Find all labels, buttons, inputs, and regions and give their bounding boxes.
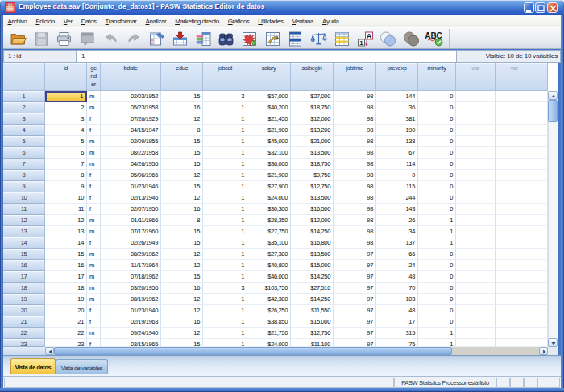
row-header-2[interactable]: 2 <box>3 102 45 113</box>
data-cell[interactable]: 98 <box>334 204 376 215</box>
insert-cases-button[interactable] <box>239 29 259 48</box>
data-cell[interactable]: 6 <box>45 147 87 159</box>
data-cell[interactable]: 1 <box>203 237 247 249</box>
data-cell[interactable]: 0 <box>418 305 456 316</box>
data-cell[interactable]: 8 <box>161 215 203 226</box>
data-cell[interactable]: 137 <box>376 237 418 249</box>
data-cell[interactable]: 0 <box>418 159 456 170</box>
data-cell[interactable] <box>496 147 533 159</box>
data-cell[interactable]: 7 <box>45 159 87 170</box>
data-cell[interactable] <box>533 316 548 328</box>
data-cell[interactable]: 98 <box>334 192 376 204</box>
data-cell[interactable]: 1 <box>203 305 247 316</box>
data-cell[interactable]: 22 <box>45 328 87 339</box>
data-cell[interactable] <box>456 305 496 316</box>
data-cell[interactable]: 16 <box>45 260 87 271</box>
data-cell[interactable]: 144 <box>376 91 418 102</box>
data-cell[interactable] <box>496 237 533 249</box>
row-header-6[interactable]: 6 <box>3 147 45 159</box>
row-header-7[interactable]: 7 <box>3 159 45 170</box>
data-cell[interactable]: 34 <box>376 226 418 237</box>
data-cell[interactable]: 48 <box>376 305 418 316</box>
data-cell[interactable]: $40,800 <box>247 260 291 271</box>
data-cell[interactable]: 115 <box>376 181 418 192</box>
data-cell[interactable]: 12 <box>161 113 203 125</box>
data-cell[interactable]: 1 <box>418 215 456 226</box>
menu-analizar[interactable]: Analizar <box>141 18 171 25</box>
data-cell[interactable] <box>456 271 496 283</box>
menu-marketing-directo[interactable]: Marketing directo <box>171 18 224 25</box>
data-cell[interactable]: 02/13/1946 <box>101 192 161 204</box>
data-cell[interactable]: m <box>87 294 101 305</box>
data-cell[interactable]: 103 <box>376 294 418 305</box>
data-cell[interactable]: 1 <box>203 260 247 271</box>
data-cell[interactable]: 8 <box>161 125 203 136</box>
data-cell[interactable]: $12,750 <box>291 181 334 192</box>
data-cell[interactable]: 04/26/1956 <box>101 159 161 170</box>
data-cell[interactable] <box>456 226 496 237</box>
data-cell[interactable] <box>496 125 533 136</box>
data-cell[interactable]: $18,750 <box>291 102 334 113</box>
data-cell[interactable]: 2 <box>45 102 87 113</box>
data-cell[interactable]: 12 <box>161 294 203 305</box>
data-cell[interactable]: 0 <box>418 249 456 260</box>
data-cell[interactable] <box>533 204 548 215</box>
data-cell[interactable]: $42,300 <box>247 294 291 305</box>
data-cell[interactable]: 17 <box>376 316 418 328</box>
data-cell[interactable] <box>533 125 548 136</box>
data-cell[interactable] <box>456 339 496 347</box>
data-cell[interactable]: 03/20/1956 <box>101 283 161 294</box>
data-cell[interactable]: 1 <box>203 147 247 159</box>
data-cell[interactable]: 3 <box>45 113 87 125</box>
data-cell[interactable] <box>533 237 548 249</box>
data-cell[interactable]: f <box>87 204 101 215</box>
data-cell[interactable]: 67 <box>376 147 418 159</box>
data-cell[interactable]: 02/07/1950 <box>101 204 161 215</box>
data-cell[interactable]: 98 <box>334 91 376 102</box>
data-cell[interactable]: m <box>87 147 101 159</box>
variables-button[interactable] <box>193 29 214 48</box>
find-button[interactable] <box>216 29 236 48</box>
data-cell[interactable]: 07/26/1929 <box>101 113 161 125</box>
data-cell[interactable]: 01/23/1940 <box>101 305 161 316</box>
data-cell[interactable]: 3 <box>203 91 247 102</box>
data-cell[interactable]: 190 <box>376 125 418 136</box>
data-cell[interactable]: 1 <box>203 294 247 305</box>
data-cell[interactable]: 0 <box>418 294 456 305</box>
data-cell[interactable] <box>533 271 548 283</box>
data-cell[interactable] <box>456 113 496 125</box>
data-cell[interactable]: $36,000 <box>247 159 291 170</box>
menu-ventana[interactable]: Ventana <box>288 18 318 25</box>
data-cell[interactable]: $24,000 <box>247 339 291 347</box>
row-header-21[interactable]: 21 <box>3 316 45 328</box>
data-cell[interactable] <box>496 159 533 170</box>
data-cell[interactable]: m <box>87 226 101 237</box>
data-cell[interactable]: 97 <box>334 249 376 260</box>
column-header-educ[interactable]: educ <box>161 63 203 91</box>
data-cell[interactable]: 03/15/1965 <box>101 339 161 347</box>
data-cell[interactable]: 1 <box>203 316 247 328</box>
data-cell[interactable]: 9 <box>45 181 87 192</box>
menu-ver[interactable]: Ver <box>59 18 77 25</box>
horizontal-scroll-left-button[interactable] <box>45 347 54 355</box>
data-cell[interactable]: $12,000 <box>291 113 334 125</box>
select-cases-button[interactable] <box>332 29 352 48</box>
data-cell[interactable]: 1 <box>203 339 247 347</box>
data-cell[interactable] <box>456 204 496 215</box>
data-cell[interactable]: 20 <box>45 305 87 316</box>
data-cell[interactable]: 14 <box>45 237 87 249</box>
data-cell[interactable]: 98 <box>334 136 376 147</box>
data-cell[interactable]: 0 <box>418 204 456 215</box>
row-header-4[interactable]: 4 <box>3 125 45 136</box>
data-cell[interactable]: $15,000 <box>291 260 334 271</box>
data-cell[interactable]: 02/03/1952 <box>101 91 161 102</box>
data-cell[interactable]: $12,000 <box>291 215 334 226</box>
data-cell[interactable]: 15 <box>161 159 203 170</box>
data-cell[interactable]: 15 <box>161 339 203 347</box>
data-cell[interactable]: $21,750 <box>247 328 291 339</box>
data-cell[interactable]: 98 <box>334 102 376 113</box>
data-cell[interactable] <box>456 102 496 113</box>
data-cell[interactable] <box>533 192 548 204</box>
data-cell[interactable]: 1 <box>418 339 456 347</box>
data-cell[interactable]: 98 <box>334 113 376 125</box>
